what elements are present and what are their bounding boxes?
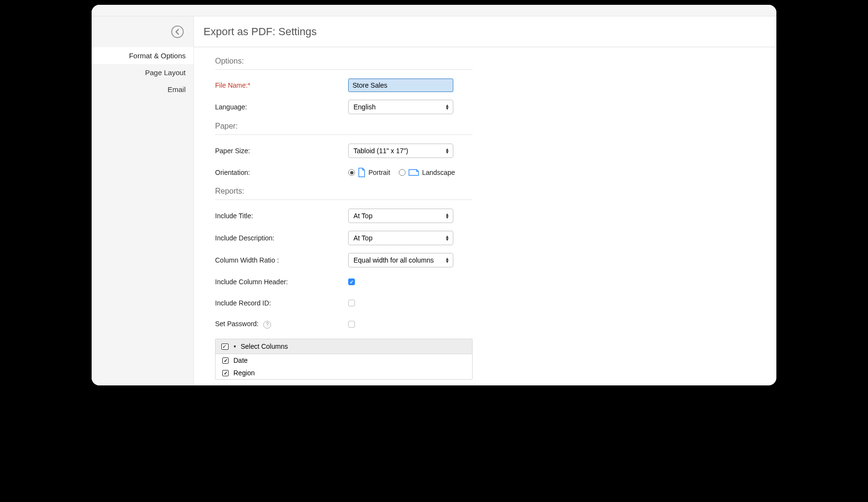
portrait-label: Portrait [368,169,390,176]
include-title-select[interactable]: At Top [348,209,453,223]
row-include-column-header: Include Column Header: [215,275,755,289]
column-width-select[interactable]: Equal width for all columns [348,253,453,267]
page-title: Export as PDF: Settings [203,26,317,38]
column-checkbox[interactable] [222,370,229,376]
row-include-description: Include Description: At Top ▲▼ [215,231,755,245]
back-button[interactable] [171,26,184,38]
column-checkbox[interactable] [222,357,229,364]
select-all-columns-checkbox[interactable] [221,343,229,350]
set-password-checkbox[interactable] [348,321,355,328]
window-top-strip [92,5,776,16]
sidebar-item-email[interactable]: Email [92,81,193,98]
select-columns-header[interactable]: ▼ Select Columns [216,339,472,354]
landscape-label: Landscape [422,169,455,176]
column-item-date[interactable]: Date [216,354,472,367]
column-label: Region [233,369,255,377]
set-password-label: Set Password: ? [215,320,348,329]
section-heading-reports: Reports: [215,187,473,200]
row-file-name: File Name:* [215,79,755,92]
caret-down-icon: ▼ [233,344,237,349]
include-column-header-label: Include Column Header: [215,278,348,286]
include-column-header-checkbox[interactable] [348,278,355,285]
section-heading-paper: Paper: [215,122,473,135]
column-item-region[interactable]: Region [216,367,472,379]
select-columns-panel: ▼ Select Columns Date Region [215,339,473,380]
app-window: Format & Options Page Layout Email Expor… [92,5,776,385]
language-label: Language: [215,103,348,111]
chevron-left-icon [176,29,179,35]
paper-size-select[interactable]: Tabloid (11" x 17") [348,144,453,158]
sidebar-item-format-options[interactable]: Format & Options [92,47,193,64]
language-select[interactable]: English [348,100,453,114]
row-include-title: Include Title: At Top ▲▼ [215,209,755,223]
row-include-record-id: Include Record ID: [215,296,755,310]
file-name-label: File Name:* [215,81,348,89]
column-width-label: Column Width Ratio : [215,256,348,264]
portrait-page-icon [358,168,366,177]
content: Export as PDF: Settings Options: File Na… [194,16,776,385]
include-description-select[interactable]: At Top [348,231,453,245]
sidebar-item-page-layout[interactable]: Page Layout [92,64,193,81]
include-record-id-label: Include Record ID: [215,299,348,307]
content-body: Options: File Name:* Language: English ▲… [194,47,776,385]
row-orientation: Orientation: Portrait Landscape [215,166,755,179]
include-description-label: Include Description: [215,234,348,242]
row-set-password: Set Password: ? [215,317,755,331]
row-language: Language: English ▲▼ [215,100,755,114]
help-icon[interactable]: ? [263,321,271,329]
orientation-landscape-radio[interactable]: Landscape [399,169,455,176]
include-record-id-checkbox[interactable] [348,300,355,306]
back-area [92,16,193,47]
content-header: Export as PDF: Settings [194,16,776,47]
file-name-input[interactable] [348,79,453,92]
orientation-label: Orientation: [215,169,348,176]
orientation-portrait-radio[interactable]: Portrait [348,168,390,177]
row-column-width: Column Width Ratio : Equal width for all… [215,253,755,267]
radio-icon [399,169,406,176]
paper-size-label: Paper Size: [215,147,348,155]
section-heading-options: Options: [215,57,473,70]
radio-icon [348,169,355,176]
select-columns-label: Select Columns [241,343,288,350]
row-paper-size: Paper Size: Tabloid (11" x 17") ▲▼ [215,144,755,158]
landscape-page-icon [408,169,419,176]
main-region: Format & Options Page Layout Email Expor… [92,16,776,385]
sidebar: Format & Options Page Layout Email [92,16,194,385]
include-title-label: Include Title: [215,212,348,220]
column-label: Date [233,357,248,364]
